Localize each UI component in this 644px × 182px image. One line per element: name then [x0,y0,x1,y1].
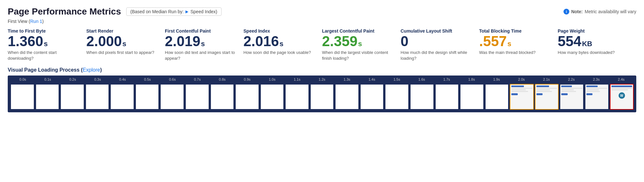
filmstrip-frame [435,84,459,110]
metric-value-row: 2.019s [165,34,238,48]
filmstrip-tick: 2.2s [559,77,584,81]
metric-item: Largest Contentful Paint2.359sWhen did t… [322,28,401,61]
metric-value: 2.359 [322,34,357,48]
filmstrip-tick: 1.6s [409,77,434,81]
filmstrip-frame [385,84,409,110]
filmstrip-frame [85,84,109,110]
metric-desc: How much did the design shift while load… [401,50,474,61]
metric-item: Total Blocking Time.557sWas the main thr… [479,28,558,61]
filmstrip-frame [360,84,384,110]
filmstrip-tick: 0.6s [160,77,185,81]
metric-unit: s [279,40,283,48]
filmstrip-frame [210,84,234,110]
filmstrip-tick: 1.2s [309,77,334,81]
filmstrip-tick: 2.4s [609,77,634,81]
metric-unit: KB [582,40,592,48]
metric-value: 1.360 [8,34,43,48]
metric-label: Page Weight [558,28,631,34]
note-area: i Note: Metric availability will vary [564,9,636,15]
metric-value: .557 [479,34,507,48]
filmstrip-frames: W [8,83,636,112]
filmstrip-frame [185,84,209,110]
median-badge: (Based on Median Run by: ▶ Speed Index) [126,7,222,16]
metric-item: Cumulative Layout Shift0How much did the… [401,28,479,61]
filmstrip-frame [235,84,259,110]
first-view-row: First View (Run 1) [8,19,636,24]
filmstrip-frame [135,84,159,110]
filmstrip-tick: 1.8s [459,77,484,81]
filmstrip-frame [535,84,559,110]
info-icon: i [564,9,569,15]
filmstrip-tick: 1.0s [260,77,284,81]
metric-unit: s [122,40,126,48]
metric-label: Speed Index [243,28,317,34]
first-view-label: First View ( [8,19,30,24]
metric-desc: When did the content start downloading? [8,50,81,61]
run1-link[interactable]: Run 1 [30,19,42,24]
metric-label: Total Blocking Time [479,28,553,34]
metric-label: Cumulative Layout Shift [401,28,474,34]
metric-item: Time to First Byte1.360sWhen did the con… [8,28,86,61]
metric-value-row: 2.000s [86,34,160,48]
metric-value: 2.019 [165,34,200,48]
metric-label: Time to First Byte [8,28,81,34]
metrics-grid: Time to First Byte1.360sWhen did the con… [8,28,636,61]
explore-link[interactable]: Explore [83,67,100,73]
metric-desc: When did pixels first start to appear? [86,50,160,56]
metric-desc: When did the largest visible content fin… [322,50,395,61]
metric-item: Start Render2.000sWhen did pixels first … [86,28,165,61]
filmstrip-tick: 1.5s [384,77,409,81]
filmstrip-frame [585,84,609,110]
filmstrip-tick: 1.4s [359,77,384,81]
filmstrip-frame [335,84,359,110]
metric-unit: s [44,40,48,48]
metric-desc: How many bytes downloaded? [558,50,631,56]
metric-value: 2.016 [243,34,279,48]
filmstrip-frame: W [610,84,634,110]
filmstrip-frame [60,84,84,110]
filmstrip-tick: 0.9s [235,77,260,81]
metric-value-row: 2.016s [243,34,317,48]
filmstrip-tick: 1.7s [434,77,459,81]
filmstrip-frame [110,84,134,110]
metric-value: 554 [558,34,581,48]
filmstrip-tick: 0.7s [185,77,210,81]
page-title: Page Performance Metrics [8,6,121,17]
filmstrip-tick: 1.3s [335,77,359,81]
filmstrip-tick: 0.5s [135,77,160,81]
filmstrip-frame [510,84,534,110]
filmstrip-tick: 0.1s [35,77,60,81]
filmstrip-frame [410,84,434,110]
metric-desc: How soon did text and images start to ap… [165,50,238,61]
metric-item: Speed Index2.016sHow soon did the page l… [243,28,322,61]
metric-unit: s [201,40,205,48]
header-row: Page Performance Metrics (Based on Media… [8,6,636,17]
filmstrip-tick: 0.3s [85,77,110,81]
metric-unit: s [507,40,511,48]
metric-desc: Was the main thread blocked? [479,50,553,56]
filmstrip-tick: 0.2s [60,77,85,81]
filmstrip-frame [560,84,584,110]
filmstrip-tick: 0.4s [110,77,135,81]
filmstrip-tick: 0.0s [10,77,35,81]
filmstrip-tick: 2.3s [584,77,609,81]
metric-label: Start Render [86,28,160,34]
filmstrip-tick: 0.8s [210,77,235,81]
note-text: Metric availability will vary [585,9,636,14]
metric-item: Page Weight554KBHow many bytes downloade… [558,28,636,61]
metric-desc: How soon did the page look usable? [243,50,317,56]
filmstrip-timeline: 0.0s0.1s0.2s0.3s0.4s0.5s0.6s0.7s0.8s0.9s… [8,76,636,83]
filmstrip-tick: 2.1s [534,77,559,81]
filmstrip-frame [260,84,284,110]
median-label: (Based on Median Run by: [130,9,184,14]
metric-item: First Contentful Paint2.019sHow soon did… [165,28,243,61]
metric-value-row: 1.360s [8,34,81,48]
filmstrip-frame [10,84,34,110]
filmstrip-tick: 2.0s [509,77,534,81]
metric-value-row: 0 [401,34,474,48]
metric-label: Largest Contentful Paint [322,28,395,34]
metric-label: First Contentful Paint [165,28,238,34]
filmstrip-frame [485,84,509,110]
metric-value: 2.000 [86,34,122,48]
visual-section-title: Visual Page Loading Process (Explore) [8,67,636,73]
